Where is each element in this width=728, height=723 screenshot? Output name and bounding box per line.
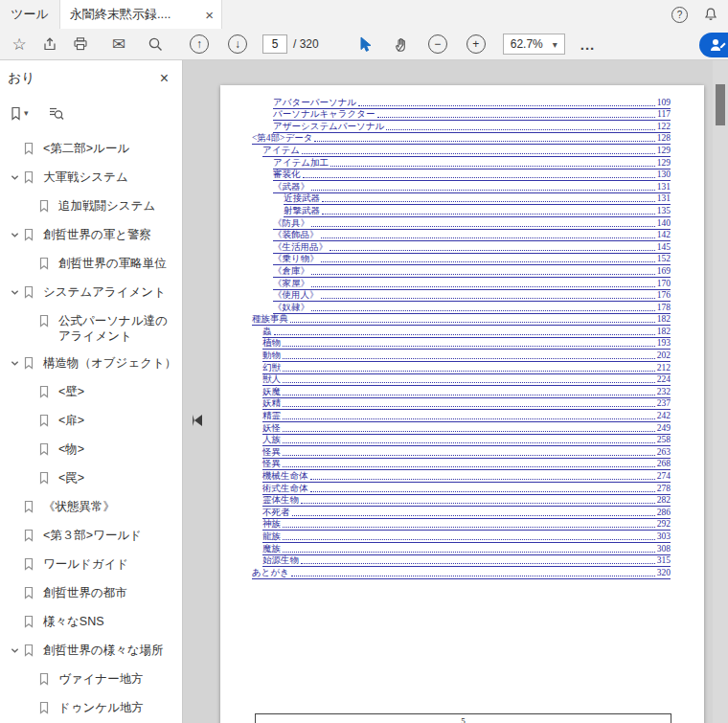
toc-entry-label: 妖精 — [262, 397, 281, 409]
toc-entry-page: 135 — [657, 205, 671, 216]
bookmark-icon — [23, 355, 36, 373]
toc-entry[interactable]: 《防具》140 — [273, 217, 671, 230]
bookmark-item[interactable]: 大軍戦システム — [0, 164, 182, 192]
toc-entry[interactable]: 妖精237 — [262, 398, 671, 411]
close-panel-icon[interactable]: × — [160, 70, 169, 87]
toc-entry[interactable]: 種族事典182 — [252, 314, 671, 327]
bookmark-item[interactable]: ヴァイナー地方 — [0, 666, 182, 694]
toc-entry[interactable]: <第4部>データ128 — [252, 133, 671, 146]
bookmark-label: <第３部>ワールド — [43, 528, 146, 543]
page-number-input[interactable] — [262, 34, 287, 54]
bookmark-item[interactable]: 創哲世界の軍と警察 — [0, 221, 182, 250]
zoom-level-select[interactable]: 62.7% ▾ — [503, 34, 565, 55]
bookmark-item[interactable]: <第３部>ワールド — [0, 522, 182, 551]
bookmark-item[interactable]: <壁> — [0, 378, 182, 407]
more-tools-icon[interactable]: ... — [580, 36, 596, 53]
scrollbar-thumb[interactable] — [716, 84, 725, 125]
next-page-icon[interactable]: ↓ — [228, 34, 247, 54]
toc-entry[interactable]: アバターパーソナル109 — [273, 97, 671, 109]
toc-entry[interactable]: 始源生物315 — [262, 555, 671, 568]
select-tool-icon[interactable] — [355, 33, 378, 56]
toc-entry[interactable]: 術式生命体278 — [262, 483, 671, 495]
bookmark-item[interactable]: 創哲世界の様々な場所 — [0, 637, 182, 666]
bookmark-item[interactable]: ワールドガイド — [0, 551, 182, 579]
toc-entry[interactable]: あとがき320 — [252, 567, 671, 579]
sign-pane-button[interactable] — [699, 33, 728, 57]
toc-entry[interactable]: 《使用人》176 — [273, 290, 671, 303]
toc-entry[interactable]: 動物202 — [262, 350, 671, 362]
toc-entry[interactable]: 蟲182 — [262, 326, 671, 338]
toc-entry[interactable]: 霊体生物282 — [262, 495, 671, 508]
toc-entry[interactable]: 妖魔232 — [262, 386, 671, 398]
toc-entry[interactable]: 妖怪249 — [262, 422, 671, 435]
star-tool-icon[interactable]: ☆ — [8, 33, 31, 56]
chevron-down-icon[interactable] — [6, 284, 23, 297]
toc-entry[interactable]: 魔族308 — [262, 543, 671, 555]
share-icon[interactable] — [38, 33, 61, 56]
toc-entry[interactable]: アザーシステムパーソナル122 — [273, 121, 671, 133]
hand-tool-icon[interactable] — [390, 33, 413, 56]
bookmark-item[interactable]: 様々なSNS — [0, 608, 182, 637]
bookmark-item[interactable]: <扉> — [0, 407, 182, 436]
toc-entry[interactable]: 機械生命体274 — [262, 470, 671, 483]
toc-entry-page: 129 — [657, 157, 671, 169]
toc-entry[interactable]: 《装飾品》142 — [273, 230, 671, 242]
toc-entry[interactable]: 精霊242 — [262, 410, 671, 422]
toc-leader-dots — [292, 515, 655, 516]
close-tab-icon[interactable]: × — [205, 8, 214, 22]
bookmark-item[interactable]: 追加戦闘システム — [0, 192, 182, 221]
bookmark-item[interactable]: 創哲世界の都市 — [0, 579, 182, 608]
toc-leader-dots — [386, 129, 655, 130]
toc-entry[interactable]: 《武器》131 — [273, 181, 671, 193]
zoom-in-icon[interactable]: + — [466, 34, 486, 54]
toc-entry[interactable]: 神族292 — [262, 519, 671, 531]
previous-page-icon[interactable]: ↑ — [190, 34, 209, 54]
bookmark-item[interactable]: システムアライメント — [0, 279, 182, 307]
toc-entry[interactable]: パーソナルキャラクター117 — [273, 109, 671, 122]
bookmarks-options-icon[interactable]: ▾ — [10, 106, 29, 121]
toc-entry[interactable]: アイテム129 — [262, 145, 671, 157]
toc-entry[interactable]: 近接武器131 — [284, 193, 671, 206]
toc-entry[interactable]: 《家屋》170 — [273, 278, 671, 290]
toc-entry[interactable]: 《奴隷》178 — [273, 302, 671, 314]
chevron-down-icon[interactable] — [6, 643, 23, 655]
bookmark-item[interactable]: 構造物（オブジェクト） — [0, 350, 182, 378]
chevron-down-icon[interactable] — [6, 227, 23, 239]
toc-entry[interactable]: 人族258 — [262, 435, 671, 447]
tab-tools[interactable]: ツール — [0, 0, 59, 29]
chevron-down-icon[interactable] — [6, 169, 23, 182]
bookmark-item[interactable]: 《状態異常》 — [0, 493, 182, 522]
bookmark-item[interactable]: <物> — [0, 436, 182, 464]
bookmark-item[interactable]: 創哲世界の軍略単位 — [0, 250, 182, 279]
vertical-scrollbar[interactable] — [713, 60, 728, 723]
bookmark-item[interactable]: ドゥンケル地方 — [0, 694, 182, 723]
print-icon[interactable] — [69, 33, 92, 56]
toc-entry[interactable]: 獣人224 — [262, 374, 671, 387]
toc-entry[interactable]: 《倉庫》169 — [273, 265, 671, 278]
toc-entry[interactable]: 怪異263 — [262, 446, 671, 459]
chevron-placeholder — [6, 556, 23, 560]
notifications-bell-icon[interactable] — [703, 7, 718, 22]
toc-entry[interactable]: 審装化130 — [273, 169, 671, 182]
search-icon[interactable] — [144, 33, 167, 56]
toc-entry[interactable]: 龍族303 — [262, 531, 671, 543]
bookmark-item[interactable]: <第二部>ルール — [0, 135, 182, 164]
toc-entry[interactable]: 不死者286 — [262, 507, 671, 519]
tab-document[interactable]: 永闇終末黙示録.... × — [59, 0, 222, 29]
toc-entry[interactable]: 《乗り物》152 — [273, 254, 671, 266]
toc-entry[interactable]: 植物193 — [262, 338, 671, 350]
toc-entry[interactable]: 怪異268 — [262, 459, 671, 471]
bookmark-item[interactable]: 公式パーソナル達のアライメント — [0, 307, 182, 350]
toc-entry[interactable]: 射撃武器135 — [284, 205, 671, 217]
toc-entry-label: 怪異 — [262, 446, 281, 458]
toc-entry[interactable]: 《生活用品》145 — [273, 241, 671, 254]
chevron-down-icon[interactable] — [6, 355, 23, 368]
search-bookmarks-icon[interactable] — [48, 105, 64, 121]
bookmark-item[interactable]: <罠> — [0, 464, 182, 493]
zoom-out-icon[interactable]: − — [428, 34, 447, 54]
help-icon[interactable]: ? — [671, 7, 688, 23]
toc-entry[interactable]: アイテム加工129 — [273, 157, 671, 169]
collapse-panel-arrow[interactable] — [193, 415, 202, 426]
email-icon[interactable]: ✉ — [107, 33, 130, 56]
toc-entry[interactable]: 幻獣212 — [262, 362, 671, 374]
